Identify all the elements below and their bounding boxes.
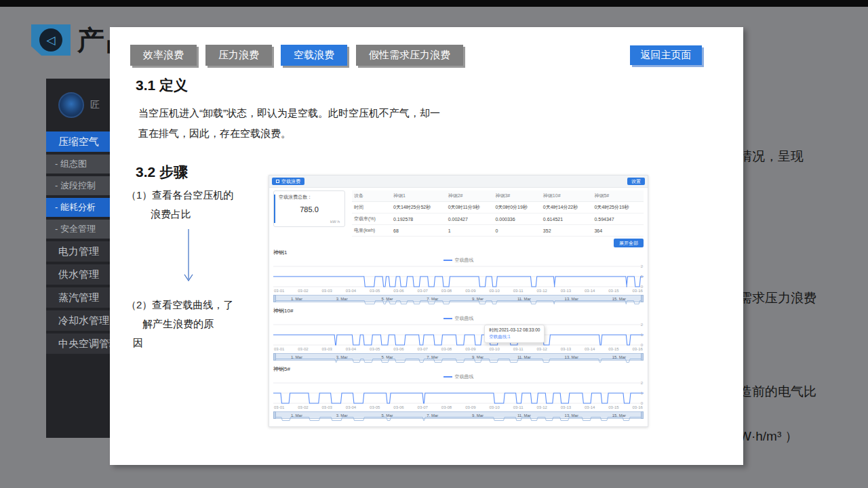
x-axis-tick: 03-08 — [441, 289, 452, 294]
background-text-fragment: 情况，呈现 — [739, 148, 804, 165]
top-letterbox-bar — [0, 0, 868, 7]
table-row: 电量(kwh)6810352364 — [352, 225, 644, 237]
step-2: （2）查看空载曲线，了 解产生浪费的原 因 — [126, 296, 233, 352]
row-label: 空载率(%) — [352, 214, 391, 225]
idle-curve-chart: 神钢1空载曲线21003-0103-0203-0303-0403-0503-06… — [273, 249, 644, 302]
step-1: （1）查看各台空压机的 浪费占比 — [126, 186, 233, 224]
sidebar-item[interactable]: 压缩空气 — [46, 131, 118, 152]
column-header: 神钢10# — [541, 190, 593, 202]
chart-legend[interactable]: 空载曲线 — [273, 373, 644, 380]
y-axis-tick: 1 — [641, 391, 643, 395]
definition-paragraph: 当空压机进入“卸载”状态，即认为是空载。此时空压机不产气，却一 直在排气，因此，… — [138, 103, 440, 144]
expand-row: 展开全部 — [273, 239, 644, 247]
tooltip-time: 时间:2021-03-12 08:33:00 — [489, 327, 540, 333]
app-logo-icon — [58, 92, 84, 118]
cell-value: 68 — [391, 225, 446, 237]
chart-legend[interactable]: 空载曲线 — [273, 257, 644, 264]
x-axis-tick: 03-03 — [322, 347, 332, 352]
dashboard-screenshot: 空载浪费 设置 空载浪费总数： 785.0 kW·h 设备神钢1神钢2#神钢3#… — [269, 175, 648, 427]
data-zoom-slider[interactable]: 1. Mar3. Mar5. Mar7. Mar9. Mar11. Mar13.… — [273, 295, 644, 302]
background-text-fragment: 造前的电气比 — [739, 383, 816, 401]
y-axis-tick: 0 — [641, 343, 643, 347]
x-axis-tick: 03-04 — [346, 347, 356, 352]
zoom-handle-left[interactable] — [273, 295, 276, 302]
x-axis-tick: 03-12 — [536, 347, 547, 352]
badge-square-icon — [276, 180, 279, 183]
x-axis-tick: 03-16 — [633, 347, 643, 352]
x-axis-tick: 03-08 — [441, 405, 452, 411]
sidebar-item[interactable]: - 安全管理 — [46, 220, 118, 239]
expand-all-button[interactable]: 展开全部 — [614, 239, 644, 247]
idle-waste-badge: 空载浪费 — [272, 178, 304, 185]
table-row: 时间0天14时25分52秒0天0时11分9秒0天0时0分19秒0天4时14分22… — [352, 202, 644, 214]
chart-legend[interactable]: 空载曲线 — [273, 315, 644, 322]
background-text-fragment: W·h/m³ ） — [739, 428, 798, 445]
down-arrow-icon — [183, 228, 194, 289]
chart-plot-area[interactable]: 210时间:2021-03-12 08:33:00空载曲线:1 — [273, 323, 644, 347]
chart-title: 神钢10# — [273, 307, 644, 314]
sidebar-item[interactable]: - 波段控制 — [46, 176, 118, 195]
x-axis-tick: 03-05 — [370, 405, 380, 411]
x-axis-labels: 03-0103-0203-0303-0403-0503-0603-0703-08… — [273, 289, 644, 294]
legend-label: 空载曲线 — [455, 257, 474, 264]
background-text-fragment: 需求压力浪费 — [739, 289, 816, 307]
data-zoom-slider[interactable]: 1. Mar3. Mar5. Mar7. Mar9. Mar11. Mar13.… — [273, 411, 644, 419]
steps-heading: 3.2 步骤 — [136, 163, 188, 182]
sidebar-item[interactable]: - 能耗分析 — [46, 198, 118, 217]
tab-efficiency-waste[interactable]: 效率浪费 — [130, 45, 197, 66]
x-axis-tick: 03-15 — [608, 289, 618, 294]
x-axis-tick: 03-12 — [536, 405, 547, 411]
x-axis-tick: 03-04 — [346, 289, 356, 294]
sidebar-item[interactable]: 中央空调管理 — [46, 333, 118, 354]
table-header-row: 设备神钢1神钢2#神钢3#神钢10#神钢5# — [352, 190, 644, 202]
sidebar-logo-row: 匠 — [46, 79, 118, 131]
x-axis-tick: 03-02 — [298, 405, 308, 411]
return-home-button[interactable]: 返回主页面 — [630, 45, 702, 65]
sidebar-item[interactable]: 冷却水管理 — [46, 310, 118, 331]
settings-button[interactable]: 设置 — [627, 178, 645, 185]
cell-value: 0天14时25分52秒 — [391, 202, 446, 214]
legend-line-icon — [443, 376, 452, 378]
zoom-handle-right[interactable] — [641, 353, 644, 361]
zoom-handle-left[interactable] — [273, 411, 276, 419]
card-unit: kW·h — [330, 220, 340, 224]
tab-false-demand-pressure-waste[interactable]: 假性需求压力浪费 — [356, 45, 463, 66]
y-axis-tick: 1 — [641, 274, 643, 279]
x-axis-tick: 03-13 — [561, 289, 571, 294]
tab-pressure-waste[interactable]: 压力浪费 — [205, 45, 272, 66]
chart-plot-area[interactable]: 210 — [273, 381, 644, 405]
y-axis-tick: 2 — [641, 323, 643, 327]
zoom-handle-right[interactable] — [641, 295, 644, 302]
sidebar-item[interactable]: 电力管理 — [46, 241, 118, 262]
data-zoom-slider[interactable]: 1. Mar3. Mar5. Mar7. Mar9. Mar11. Mar13.… — [273, 353, 644, 361]
back-button[interactable]: ◁ — [31, 24, 71, 56]
x-axis-tick: 03-05 — [370, 347, 380, 352]
legend-line-icon — [443, 318, 452, 319]
sidebar-item[interactable]: 蒸汽管理 — [46, 287, 118, 308]
zoom-handle-left[interactable] — [273, 353, 276, 361]
x-axis-tick: 03-11 — [513, 347, 524, 352]
chart-title: 神钢1 — [273, 249, 644, 256]
summary-row: 空载浪费总数： 785.0 kW·h 设备神钢1神钢2#神钢3#神钢10#神钢5… — [273, 190, 644, 237]
x-axis-tick: 03-05 — [370, 289, 380, 294]
sidebar-item[interactable]: 供水管理 — [46, 264, 118, 285]
waste-tabs: 效率浪费 压力浪费 空载浪费 假性需求压力浪费 — [130, 45, 463, 66]
x-axis-tick: 03-04 — [346, 405, 356, 411]
x-axis-tick: 03-14 — [585, 347, 595, 352]
sidebar-item[interactable]: - 组态图 — [46, 155, 118, 174]
idle-curve-chart: 神钢5#空载曲线21003-0103-0203-0303-0403-0503-0… — [273, 365, 644, 419]
content-modal: 效率浪费 压力浪费 空载浪费 假性需求压力浪费 返回主页面 3.1 定义 当空压… — [110, 27, 743, 465]
cell-value: 0天4时25分19秒 — [592, 202, 644, 214]
cell-value: 364 — [592, 225, 644, 237]
tooltip-value: 空载曲线:1 — [489, 333, 540, 340]
chart-plot-area[interactable]: 210 — [273, 264, 644, 289]
cell-value: 0.614521 — [541, 214, 593, 225]
tab-idle-waste[interactable]: 空载浪费 — [281, 45, 347, 66]
x-axis-tick: 03-15 — [608, 405, 618, 411]
y-axis-tick: 1 — [641, 333, 643, 337]
dashboard-body: 空载浪费总数： 785.0 kW·h 设备神钢1神钢2#神钢3#神钢10#神钢5… — [269, 188, 648, 426]
zoom-handle-right[interactable] — [641, 411, 644, 419]
step-2-line-3: 因 — [133, 333, 233, 352]
x-axis-labels: 03-0103-0203-0303-0403-0503-0603-0703-08… — [273, 405, 644, 411]
x-axis-tick: 03-09 — [465, 289, 475, 294]
